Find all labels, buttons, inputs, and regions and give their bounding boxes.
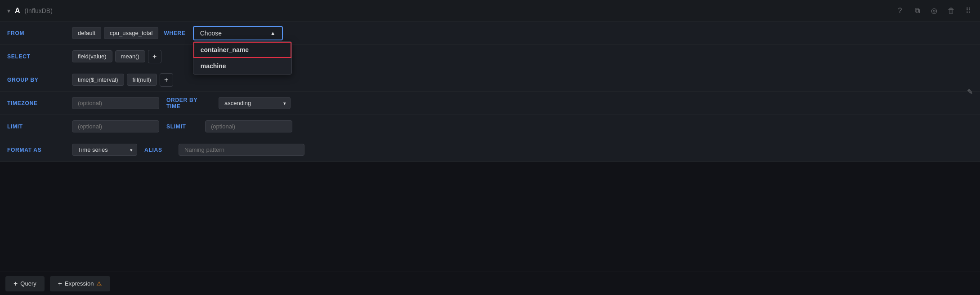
bottom-bar: + Query + Expression ⚠ [0,272,980,295]
add-query-button[interactable]: + Query [5,276,45,291]
expression-btn-label: Expression [65,280,94,287]
choose-text: Choose [200,30,222,37]
select-mean-pill[interactable]: mean() [115,50,145,62]
chevron-up-icon: ▲ [270,30,276,36]
copy-icon[interactable]: ⧉ [913,6,922,15]
from-content: default cpu_usage_total WHERE Choose ▲ c… [72,22,980,44]
select-row: SELECT field(value) mean() + [0,45,980,68]
timezone-label: TIMEZONE [0,100,72,106]
limit-label: LIMIT [0,123,72,130]
format-select-wrapper: Time series Table Logs [72,144,137,156]
dropdown-item-container-name[interactable]: container_name [193,42,291,58]
where-label: WHERE [161,30,190,36]
select-label: SELECT [0,53,72,60]
group-by-row: GROUP BY time($_interval) fill(null) + [0,68,980,92]
collapse-icon[interactable]: ▾ [7,7,10,14]
slimit-input[interactable] [205,120,292,132]
warning-icon: ⚠ [96,280,102,287]
timezone-input[interactable] [72,97,159,109]
add-expression-button[interactable]: + Expression ⚠ [50,276,111,291]
group-by-add-button[interactable]: + [160,73,173,87]
choose-button[interactable]: Choose ▲ [193,26,283,40]
order-by-select-wrapper: ascending descending [219,97,291,109]
plus-expression-icon: + [58,280,62,288]
group-by-fill-pill[interactable]: fill(null) [127,74,157,86]
query-btn-label: Query [20,280,36,287]
from-default-pill[interactable]: default [72,27,101,39]
where-dropdown-menu: container_name machine [193,41,292,75]
top-bar: ▾ A (InfluxDB) ? ⧉ ◎ 🗑 ⠿ [0,0,980,22]
select-field-pill[interactable]: field(value) [72,50,112,62]
group-by-time-pill[interactable]: time($_interval) [72,74,124,86]
format-select[interactable]: Time series Table Logs [72,144,137,156]
dropdown-item-machine[interactable]: machine [193,58,291,74]
from-label: FROM [0,30,72,36]
eye-icon[interactable]: ◎ [930,6,939,15]
from-measurement-pill[interactable]: cpu_usage_total [104,27,158,39]
datasource-label: (InfluxDB) [25,7,53,14]
order-by-select[interactable]: ascending descending [219,97,291,109]
order-by-label: ORDER BY TIME [162,97,216,110]
group-by-label: GROUP BY [0,77,72,83]
format-label: FORMAT AS [0,147,72,153]
slimit-label: SLIMIT [162,123,202,130]
help-icon[interactable]: ? [895,6,904,15]
top-bar-actions: ? ⧉ ◎ 🗑 ⠿ [895,6,973,15]
top-bar-left: ▾ A (InfluxDB) [7,7,53,15]
format-content: Time series Table Logs ALIAS [72,140,980,159]
limit-row: LIMIT SLIMIT [0,115,980,138]
alias-label: ALIAS [140,147,176,153]
timezone-row: TIMEZONE ORDER BY TIME ascending descend… [0,92,980,115]
edit-icon[interactable]: ✎ [967,88,973,96]
query-builder: FROM default cpu_usage_total WHERE Choos… [0,22,980,162]
choose-dropdown[interactable]: Choose ▲ container_name machine [193,26,283,40]
alias-input[interactable] [179,144,304,156]
select-add-button[interactable]: + [148,50,161,63]
plus-icon: + [13,280,18,288]
from-row: FROM default cpu_usage_total WHERE Choos… [0,22,980,45]
limit-input[interactable] [72,120,159,132]
format-row: FORMAT AS Time series Table Logs ALIAS [0,138,980,162]
timezone-content: ORDER BY TIME ascending descending [72,93,980,113]
query-name: A [15,7,20,15]
grid-icon[interactable]: ⠿ [964,6,973,15]
limit-content: SLIMIT [72,117,980,136]
trash-icon[interactable]: 🗑 [947,6,956,15]
